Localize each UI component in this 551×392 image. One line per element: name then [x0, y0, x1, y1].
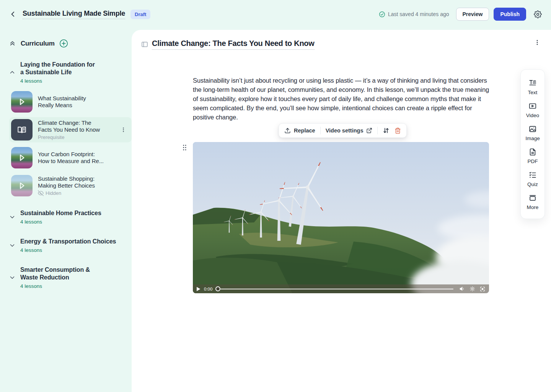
video-thumbnail: [11, 91, 33, 113]
insert-pdf-button[interactable]: PDF: [528, 148, 538, 164]
lesson-title-heading[interactable]: Climate Change: The Facts You Need to Kn…: [152, 39, 315, 50]
pdf-block-icon: [528, 148, 537, 156]
video-player[interactable]: 0:00: [193, 142, 489, 293]
fullscreen-icon[interactable]: [479, 286, 486, 292]
move-block-button[interactable]: [383, 127, 390, 134]
lesson-title: What Sustainability Really Means: [38, 95, 103, 109]
lesson-options-kebab[interactable]: [534, 39, 540, 46]
lesson-editor: Climate Change: The Facts You Need to Kn…: [132, 30, 551, 392]
topbar-actions: Last saved 4 minutes ago Preview Publish: [379, 8, 542, 21]
lesson-title: Sustainable Shopping: Making Better Choi…: [38, 175, 106, 189]
video-block-toolbar: Replace Video settings: [279, 123, 407, 138]
video-controls-right: [460, 286, 486, 292]
video-thumbnail: [11, 175, 33, 196]
book-open-icon: [17, 125, 27, 135]
curriculum-section: Energy & Transportation Choices 4 lesson…: [0, 238, 132, 253]
delete-block-button[interactable]: [395, 127, 401, 134]
lesson-meta: Prerequisite: [38, 134, 101, 140]
section-title: Laying the Foundation for a Sustainable …: [20, 61, 97, 76]
insert-image-button[interactable]: Image: [525, 125, 540, 141]
last-saved-text: Last saved 4 minutes ago: [388, 11, 449, 17]
insert-text-button[interactable]: Text: [528, 79, 538, 95]
reading-thumbnail: [11, 119, 33, 140]
replace-button[interactable]: Replace: [284, 127, 315, 134]
settings-gear-icon[interactable]: [534, 10, 542, 18]
lesson-item[interactable]: What Sustainability Really Means: [9, 89, 132, 114]
publish-button[interactable]: Publish: [494, 8, 526, 21]
back-button[interactable]: [9, 10, 17, 18]
section-title: Smarter Consumption & Waste Reduction: [20, 266, 104, 281]
lesson-title: Your Carbon Footprint: How to Measure an…: [38, 151, 106, 165]
lesson-kebab-menu[interactable]: [121, 127, 126, 133]
topbar: Sustainable Living Made Simple Draft Las…: [0, 0, 551, 28]
course-title[interactable]: Sustainable Living Made Simple: [23, 10, 125, 19]
lesson-list: What Sustainability Really Means Climate…: [9, 89, 132, 198]
insert-quiz-button[interactable]: Quiz: [527, 171, 538, 187]
insert-block-panel: Text Video Image PDF Quiz More: [520, 69, 545, 219]
trash-icon: [395, 127, 401, 134]
section-toggle[interactable]: Energy & Transportation Choices 4 lesson…: [9, 238, 122, 253]
progress-track: [220, 289, 453, 289]
panel-toggle-icon[interactable]: [141, 41, 148, 48]
collapse-all-button[interactable]: [9, 40, 16, 47]
volume-icon[interactable]: [460, 286, 465, 292]
section-lesson-count: 4 lessons: [20, 78, 97, 84]
section-toggle[interactable]: Smarter Consumption & Waste Reduction 4 …: [9, 266, 122, 289]
lesson-item[interactable]: Your Carbon Footprint: How to Measure an…: [9, 145, 132, 170]
text-block-icon: [528, 79, 537, 87]
video-settings-button[interactable]: Video settings: [326, 127, 373, 134]
more-blocks-icon: [528, 194, 537, 202]
lesson-item-selected[interactable]: Climate Change: The Facts You Need to Kn…: [9, 117, 132, 142]
lesson-title: Climate Change: The Facts You Need to Kn…: [38, 119, 101, 133]
lesson-hidden-meta: Hidden: [38, 190, 106, 196]
double-chevron-up-icon: [9, 40, 16, 47]
section-title: Sustainable Home Practices: [20, 209, 101, 217]
video-thumbnail: [11, 147, 33, 168]
curriculum-header: Curriculum: [0, 28, 132, 48]
external-link-icon: [366, 127, 372, 134]
scrubber-handle[interactable]: [215, 286, 220, 291]
section-lesson-count: 4 lessons: [20, 283, 104, 289]
eye-off-icon: [38, 190, 44, 196]
arrows-up-down-icon: [383, 127, 390, 134]
lesson-header: Climate Change: The Facts You Need to Kn…: [141, 39, 315, 50]
section-toggle[interactable]: Sustainable Home Practices 4 lessons: [9, 209, 122, 225]
curriculum-section: Laying the Foundation for a Sustainable …: [0, 61, 132, 84]
section-title: Energy & Transportation Choices: [20, 238, 116, 245]
chevron-down-icon: [9, 274, 15, 281]
check-circle-icon: [379, 11, 385, 18]
chevron-up-icon: [9, 69, 15, 75]
status-badge: Draft: [130, 10, 150, 19]
last-saved-status: Last saved 4 minutes ago: [379, 11, 449, 18]
video-settings-gear-icon[interactable]: [469, 286, 475, 292]
insert-video-button[interactable]: Video: [526, 102, 539, 118]
video-controls-bar: 0:00: [193, 284, 489, 293]
video-timestamp: 0:00: [204, 287, 212, 291]
lesson-item-hidden[interactable]: Sustainable Shopping: Making Better Choi…: [9, 173, 132, 198]
play-outline-icon: [17, 97, 27, 107]
wind-farm-video-frame: [193, 142, 489, 293]
play-button[interactable]: [196, 287, 201, 291]
lesson-body-text[interactable]: Sustainability isn’t just about recyclin…: [193, 76, 490, 122]
play-outline-icon: [17, 181, 27, 191]
quiz-checklist-icon: [528, 171, 537, 179]
play-outline-icon: [17, 153, 27, 163]
video-progress-bar[interactable]: [215, 284, 460, 293]
curriculum-sidebar: Curriculum Laying the Foundation for a S…: [0, 28, 132, 392]
preview-button[interactable]: Preview: [456, 8, 489, 21]
section-lesson-count: 4 lessons: [20, 247, 116, 253]
toolbar-divider: [377, 127, 378, 134]
section-toggle[interactable]: Laying the Foundation for a Sustainable …: [9, 61, 122, 84]
curriculum-title: Curriculum: [21, 40, 55, 47]
block-drag-handle[interactable]: [183, 144, 187, 151]
curriculum-section: Sustainable Home Practices 4 lessons: [0, 209, 132, 225]
image-block-icon: [528, 125, 537, 133]
plus-circle-icon: [59, 39, 68, 48]
chevron-down-icon: [9, 242, 15, 248]
add-section-button[interactable]: [59, 39, 68, 48]
curriculum-section: Smarter Consumption & Waste Reduction 4 …: [0, 266, 132, 289]
toolbar-divider: [320, 127, 321, 134]
insert-more-button[interactable]: More: [527, 194, 539, 210]
chevron-down-icon: [9, 214, 15, 220]
section-lesson-count: 4 lessons: [20, 219, 101, 225]
